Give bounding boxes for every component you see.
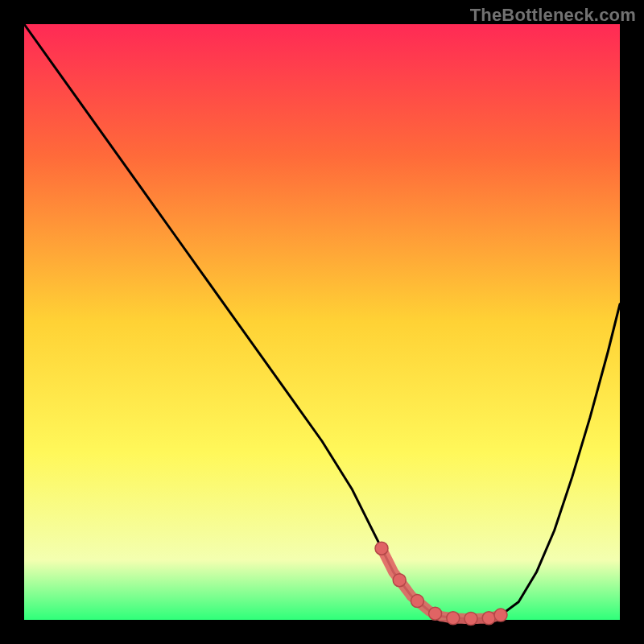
- marker-dot: [464, 613, 477, 625]
- marker-dot: [482, 612, 495, 625]
- chart-frame: { "watermark": "TheBottleneck.com", "col…: [0, 0, 644, 644]
- marker-dot: [429, 607, 442, 620]
- watermark-text: TheBottleneck.com: [470, 5, 636, 26]
- marker-dot: [375, 542, 388, 555]
- bottleneck-chart: [0, 0, 644, 644]
- marker-dot: [447, 612, 460, 625]
- marker-dot: [411, 595, 423, 608]
- marker-dot: [494, 609, 507, 621]
- plot-background: [24, 24, 620, 620]
- marker-dot: [393, 574, 406, 587]
